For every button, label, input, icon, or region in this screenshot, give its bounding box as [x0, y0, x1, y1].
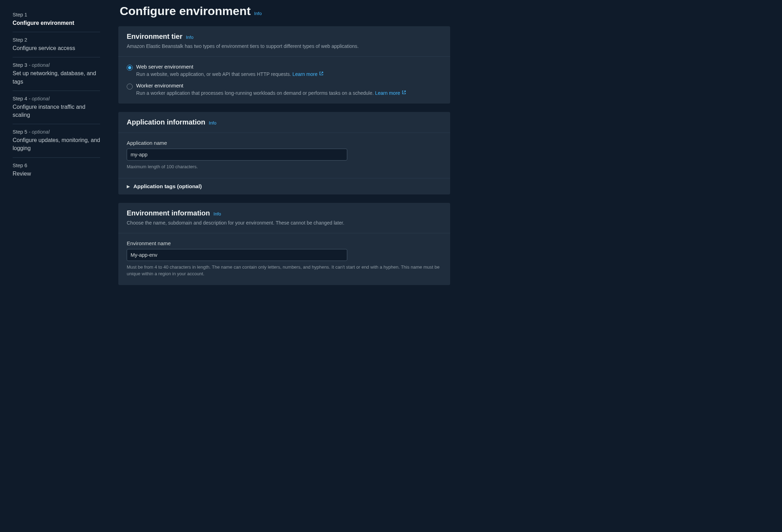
step-label: Step 4 — [13, 96, 27, 101]
environment-name-helper: Must be from 4 to 40 characters in lengt… — [127, 264, 442, 277]
radio-worker[interactable]: Worker environment Run a worker applicat… — [127, 83, 442, 96]
step-label: Step 5 — [13, 129, 27, 135]
step-title: Set up networking, database, and tags — [13, 69, 100, 85]
radio-label: Worker environment — [136, 83, 406, 88]
page-info-link[interactable]: Info — [254, 11, 262, 16]
env-tier-info-link[interactable]: Info — [186, 35, 194, 40]
panel-body: Environment name Must be from 4 to 40 ch… — [118, 233, 450, 285]
step-label: Step 2 — [13, 37, 27, 43]
radio-description: Run a website, web application, or web A… — [136, 71, 324, 77]
sidebar-step-1[interactable]: Step 1 Configure environment — [13, 7, 100, 32]
page-title-row: Configure environment Info — [118, 4, 450, 18]
external-link-icon — [402, 90, 406, 96]
sidebar-step-3[interactable]: Step 3 - optional Set up networking, dat… — [13, 57, 100, 91]
external-link-icon — [319, 71, 324, 77]
step-title: Configure updates, monitoring, and loggi… — [13, 136, 100, 152]
triangle-right-icon: ▶ — [127, 184, 130, 189]
step-title: Configure instance traffic and scaling — [13, 103, 100, 119]
radio-indicator-icon — [127, 84, 133, 90]
env-tier-radio-group: Web server environment Run a website, we… — [118, 57, 450, 104]
step-title: Configure environment — [13, 19, 100, 27]
environment-name-label: Environment name — [127, 240, 442, 246]
panel-title: Environment information — [127, 209, 210, 217]
application-name-label: Application name — [127, 140, 442, 146]
radio-label: Web server environment — [136, 64, 324, 70]
step-title: Review — [13, 170, 100, 178]
radio-web-server[interactable]: Web server environment Run a website, we… — [127, 64, 442, 77]
environment-name-input[interactable] — [127, 249, 347, 261]
panel-header: Environment information Info Choose the … — [118, 203, 450, 233]
panel-header: Application information Info — [118, 112, 450, 133]
sidebar-step-4[interactable]: Step 4 - optional Configure instance tra… — [13, 91, 100, 124]
env-info-link[interactable]: Info — [214, 211, 221, 217]
wizard-steps-sidebar: Step 1 Configure environment Step 2 Conf… — [0, 0, 109, 532]
app-info-link[interactable]: Info — [209, 120, 216, 126]
environment-tier-panel: Environment tier Info Amazon Elastic Bea… — [118, 26, 450, 104]
panel-title: Application information — [127, 118, 205, 126]
radio-indicator-icon — [127, 65, 133, 71]
panel-subtitle: Choose the name, subdomain and descripti… — [127, 219, 442, 227]
learn-more-link[interactable]: Learn more — [375, 90, 406, 96]
application-tags-label: Application tags (optional) — [133, 183, 202, 190]
step-optional: - optional — [27, 96, 50, 101]
application-information-panel: Application information Info Application… — [118, 112, 450, 194]
panel-subtitle: Amazon Elastic Beanstalk has two types o… — [127, 43, 442, 50]
step-label: Step 3 — [13, 62, 27, 68]
panel-title: Environment tier — [127, 33, 182, 41]
main-content: Configure environment Info Environment t… — [109, 0, 459, 532]
application-name-input[interactable] — [127, 149, 347, 161]
learn-more-link[interactable]: Learn more — [292, 71, 324, 77]
step-title: Configure service access — [13, 44, 100, 52]
environment-information-panel: Environment information Info Choose the … — [118, 203, 450, 285]
radio-description: Run a worker application that processes … — [136, 90, 406, 96]
step-optional: - optional — [27, 62, 50, 68]
step-optional: - optional — [27, 129, 50, 135]
panel-header: Environment tier Info Amazon Elastic Bea… — [118, 26, 450, 57]
panel-body: Application name Maximum length of 100 c… — [118, 133, 450, 178]
sidebar-step-6[interactable]: Step 6 Review — [13, 158, 100, 183]
sidebar-step-5[interactable]: Step 5 - optional Configure updates, mon… — [13, 124, 100, 157]
step-label: Step 6 — [13, 163, 27, 168]
application-tags-expand[interactable]: ▶ Application tags (optional) — [118, 178, 450, 194]
page-title: Configure environment — [120, 4, 251, 18]
step-label: Step 1 — [13, 12, 27, 17]
sidebar-step-2[interactable]: Step 2 Configure service access — [13, 32, 100, 57]
application-name-helper: Maximum length of 100 characters. — [127, 163, 442, 170]
